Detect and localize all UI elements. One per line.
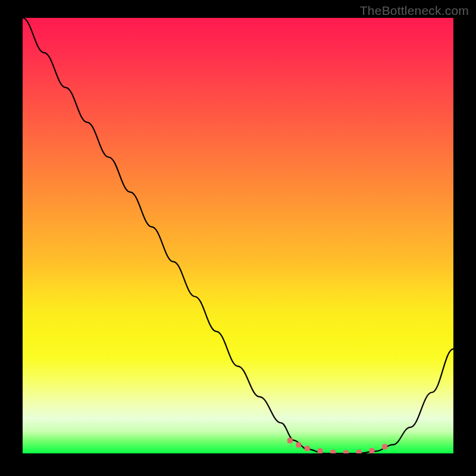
marker-dot — [296, 442, 301, 447]
marker-dot — [356, 450, 362, 453]
curve-svg — [23, 18, 453, 453]
marker-dot — [369, 448, 374, 453]
marker-dot — [343, 450, 349, 453]
bottleneck-curve — [23, 18, 453, 453]
marker-dot — [305, 446, 310, 451]
marker-dot — [382, 444, 387, 449]
watermark-text: TheBottleneck.com — [360, 4, 469, 18]
marker-dot — [330, 450, 336, 453]
minimum-markers — [287, 438, 387, 453]
marker-dot — [318, 449, 323, 453]
marker-dot — [287, 438, 293, 443]
plot-area — [23, 18, 453, 453]
